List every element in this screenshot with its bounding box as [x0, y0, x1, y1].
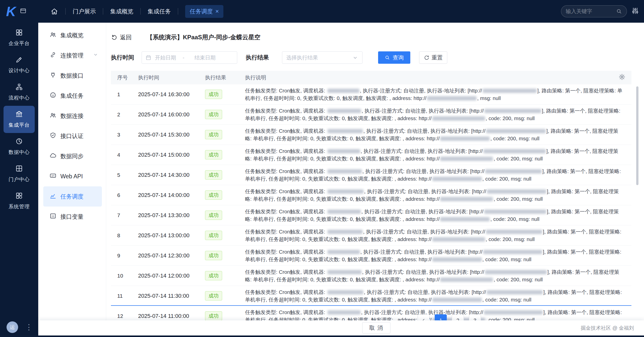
pulse-chart-icon — [50, 192, 56, 201]
submenu-item-api-variables[interactable]: (x) 接口变量 — [38, 207, 106, 227]
submenu-item-data-interface[interactable]: 数据接口 — [38, 65, 106, 86]
table-row[interactable]: 5 2025-07-14 14:30:00 成功 任务触发类型: Cron触发,… — [111, 165, 631, 185]
topbar: 门户展示 集成概览 集成任务 任务调度 × — [38, 0, 644, 23]
result-select-placeholder: 选择执行结果 — [286, 54, 352, 61]
table-body: 1 2025-07-14 16:30:00 成功 任务触发类型: Cron触发,… — [111, 84, 631, 326]
redacted-text — [432, 116, 485, 121]
row-desc: 任务触发类型: Cron触发, 调度机器: , 执行器-注册方式: 自动注册, … — [245, 288, 631, 304]
avatar[interactable]: 运 — [7, 321, 18, 333]
tab-task-schedule[interactable]: 任务调度 × — [185, 5, 223, 18]
calendar-icon — [145, 55, 151, 61]
row-time: 2025-07-14 13:00:00 — [138, 232, 205, 239]
search-icon[interactable] — [616, 8, 622, 14]
row-status-badge: 成功 — [205, 90, 222, 99]
table-row[interactable]: 8 2025-07-14 13:00:00 成功 任务触发类型: Cron触发,… — [111, 225, 631, 246]
submenu-label: 接口变量 — [60, 213, 84, 221]
redacted-text — [483, 89, 537, 93]
scrollbar-thumb[interactable] — [636, 86, 638, 185]
query-button[interactable]: 查询 — [378, 51, 410, 64]
logo-row: K — [0, 0, 38, 23]
submenu-item-integration-tasks[interactable]: 集成任务 — [38, 86, 106, 106]
tab-integration-tasks[interactable]: 集成任务 — [148, 8, 171, 15]
tab-label: 任务调度 — [190, 8, 213, 15]
sidebar-item-label: 系统管理 — [9, 203, 30, 210]
search-box[interactable] — [561, 5, 627, 17]
home-icon[interactable] — [50, 7, 58, 15]
submenu-item-connection-management[interactable]: 连接管理 — [38, 45, 106, 65]
redacted-text — [484, 149, 546, 153]
tab-integration-overview[interactable]: 集成概览 — [110, 8, 133, 15]
table-row[interactable]: 2 2025-07-14 16:00:00 成功 任务触发类型: Cron触发,… — [111, 105, 631, 125]
row-num: 5 — [111, 172, 138, 178]
row-status-badge: 成功 — [205, 211, 222, 220]
gear-icon[interactable] — [619, 74, 625, 82]
close-icon[interactable]: × — [215, 8, 219, 15]
submenu-item-web-api[interactable]: API Web API — [38, 166, 106, 186]
back-label: 返回 — [120, 33, 132, 41]
row-num: 1 — [111, 91, 138, 97]
sidebar-item-system[interactable]: 系统管理 — [4, 187, 35, 215]
results-table: 序号 执行时间 执行结果 执行说明 1 2025-07-14 16:30:00 … — [111, 71, 631, 326]
more-menu-icon[interactable]: ⋮ — [25, 325, 33, 330]
table-row[interactable]: 1 2025-07-14 16:30:00 成功 任务触发类型: Cron触发,… — [111, 84, 631, 105]
row-num: 10 — [111, 273, 138, 279]
tab-portal-display[interactable]: 门户展示 — [73, 8, 96, 15]
submenu-item-api-auth[interactable]: 接口认证 — [38, 126, 106, 146]
row-time: 2025-07-14 14:30:00 — [138, 172, 205, 178]
submenu-item-data-connection[interactable]: 数据连接 — [38, 106, 106, 126]
sidebar-item-process[interactable]: 流程中心 — [4, 79, 35, 106]
return-arrow-icon — [111, 34, 117, 41]
submenu-item-data-sync[interactable]: 数据同步 — [38, 146, 106, 166]
table-row[interactable]: 7 2025-07-14 13:30:00 成功 任务触发类型: Cron触发,… — [111, 205, 631, 225]
row-status-badge: 成功 — [205, 150, 222, 159]
table-header: 序号 执行时间 执行结果 执行说明 — [111, 71, 631, 84]
link-icon — [50, 51, 56, 60]
bottom-edge — [0, 335, 644, 337]
row-time: 2025-07-14 12:30:00 — [138, 252, 205, 259]
secondary-sidebar: 集成概览 连接管理 数据接口 集成任务 数据连接 接口认证 数据同步 API — [38, 23, 106, 335]
date-range-input[interactable]: 开始日期 - 结束日期 — [142, 51, 237, 64]
people-icon — [50, 112, 56, 120]
redacted-text — [487, 189, 546, 194]
cancel-button[interactable]: 取 消 — [362, 322, 390, 333]
table-row[interactable]: 6 2025-07-14 14:00:00 成功 任务触发类型: Cron触发,… — [111, 185, 631, 205]
api-badge-icon: API — [50, 172, 56, 181]
table-row[interactable]: 10 2025-07-14 12:00:00 成功 任务触发类型: Cron触发… — [111, 266, 631, 286]
sidebar-item-design[interactable]: 设计中心 — [4, 51, 35, 79]
row-num: 11 — [111, 293, 138, 299]
header-time: 执行时间 — [138, 74, 205, 81]
search-input[interactable] — [566, 8, 616, 14]
table-row[interactable]: 11 2025-07-14 11:30:00 成功 任务触发类型: Cron触发… — [111, 286, 631, 306]
redacted-text — [440, 137, 490, 141]
bank-icon — [15, 110, 23, 119]
primary-sidebar: K 企业平台 设计中心 流程中心 集成平台 — [0, 0, 38, 337]
redacted-text — [485, 169, 542, 174]
primary-nav: 企业平台 设计中心 流程中心 集成平台 数据中心 门户中心 — [0, 24, 38, 215]
row-status-badge: 成功 — [205, 231, 222, 240]
row-time: 2025-07-14 13:30:00 — [138, 212, 205, 219]
sidebar-item-enterprise[interactable]: 企业平台 — [4, 24, 35, 51]
table-row[interactable]: 3 2025-07-14 15:30:00 成功 任务触发类型: Cron触发,… — [111, 125, 631, 145]
submenu-label: 连接管理 — [60, 52, 84, 59]
filter-sliders-icon[interactable] — [631, 7, 639, 16]
redacted-text — [328, 310, 360, 315]
row-desc: 任务触发类型: Cron触发, 调度机器: , 执行器-注册方式: 自动注册, … — [245, 208, 631, 223]
submenu-item-integration-overview[interactable]: 集成概览 — [38, 25, 106, 45]
back-button[interactable]: 返回 — [111, 33, 132, 41]
row-time: 2025-07-14 15:00:00 — [138, 152, 205, 158]
table-row[interactable]: 9 2025-07-14 12:30:00 成功 任务触发类型: Cron触发,… — [111, 246, 631, 266]
sidebar-item-integration[interactable]: 集成平台 — [4, 106, 35, 133]
svg-text:API: API — [51, 175, 55, 177]
table-row[interactable]: 4 2025-07-14 15:00:00 成功 任务触发类型: Cron触发,… — [111, 145, 631, 165]
result-select[interactable]: 选择执行结果 — [282, 51, 363, 64]
row-desc: 任务触发类型: Cron触发, 调度机器: , 执行器-注册方式: 自动注册, … — [245, 228, 631, 243]
sidebar-item-data[interactable]: 数据中心 — [4, 133, 35, 160]
submenu-item-task-schedule[interactable]: 任务调度 — [43, 186, 102, 207]
reset-button[interactable]: 重置 — [419, 51, 447, 64]
group-icon — [50, 31, 56, 40]
kpaas-logo[interactable]: K — [6, 5, 16, 18]
chevron-down-icon[interactable] — [93, 52, 98, 59]
sidebar-item-portal[interactable]: 门户中心 — [4, 160, 35, 187]
sidebar-item-label: 设计中心 — [9, 67, 30, 74]
window-icon[interactable] — [20, 8, 26, 15]
